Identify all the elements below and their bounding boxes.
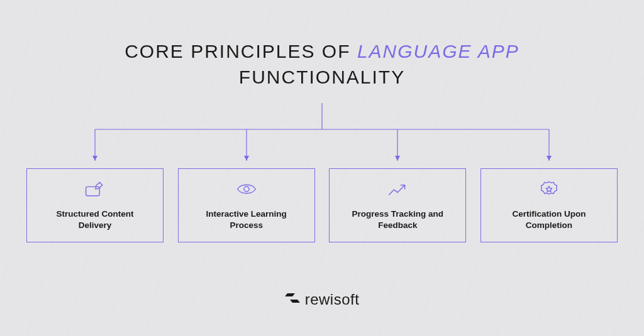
diagram-title: CORE PRINCIPLES OF LANGUAGE APP FUNCTION…	[0, 0, 644, 90]
trend-up-icon	[386, 180, 409, 201]
principle-boxes: Structured Content Delivery Interactive …	[0, 168, 644, 242]
box-interactive-learning: Interactive Learning Process	[178, 168, 315, 242]
edit-card-icon	[84, 180, 106, 201]
box-structured-content: Structured Content Delivery	[26, 168, 164, 242]
brand-logo-icon	[285, 291, 300, 308]
svg-rect-6	[86, 187, 100, 195]
brand-footer: rewisoft	[0, 291, 644, 308]
box-label: Progress Tracking and Feedback	[347, 209, 448, 231]
svg-marker-8	[285, 293, 295, 296]
svg-marker-9	[290, 300, 300, 303]
box-progress-tracking: Progress Tracking and Feedback	[329, 168, 466, 242]
eye-icon	[235, 180, 258, 201]
brand-name: rewisoft	[305, 291, 360, 308]
title-prefix: CORE PRINCIPLES OF	[125, 41, 357, 62]
svg-point-7	[244, 187, 249, 192]
box-label: Certification Upon Completion	[499, 209, 599, 231]
title-emphasis: LANGUAGE APP	[357, 41, 519, 62]
box-label: Interactive Learning Process	[196, 209, 297, 231]
badge-star-icon	[538, 180, 560, 201]
title-suffix: FUNCTIONALITY	[239, 67, 405, 87]
box-certification: Certification Upon Completion	[480, 168, 618, 242]
connector-lines	[0, 100, 644, 170]
box-label: Structured Content Delivery	[45, 209, 145, 231]
